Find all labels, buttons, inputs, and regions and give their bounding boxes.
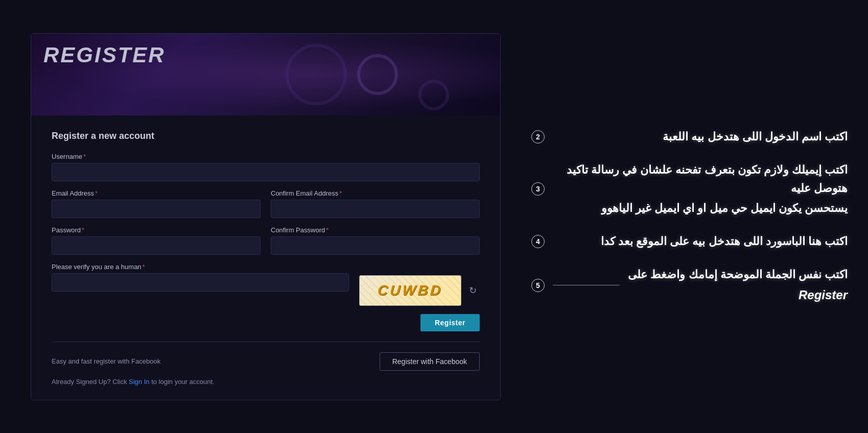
form-section-title: Register a new account <box>52 131 480 141</box>
email-input[interactable] <box>52 200 261 218</box>
step-4-badge: 4 <box>531 235 545 248</box>
step-3-text-line1: اكتب إيميلك ولازم تكون بتعرف تفحنه علشان… <box>561 161 848 197</box>
confirm-password-input[interactable] <box>271 236 480 255</box>
captcha-input[interactable] <box>52 273 349 292</box>
gear-decoration-2 <box>286 44 347 105</box>
step-3-badge: 3 <box>531 182 545 196</box>
register-btn-row: Register <box>52 314 480 331</box>
password-label: Password* <box>52 226 261 234</box>
password-input[interactable] <box>52 236 261 255</box>
banner: REGISTER <box>31 34 500 115</box>
facebook-section: Easy and fast register with Facebook Reg… <box>52 352 480 371</box>
step-3-text-line2: يستحسن يكون ايميل حي ميل او اي ايميل غير… <box>561 199 848 217</box>
email-group: Email Address* <box>52 189 261 218</box>
username-required: * <box>83 153 86 160</box>
step-5-text-line1: اكتب نفس الجملة الموضحة إمامك واضغط على <box>628 266 848 283</box>
captcha-required: * <box>143 263 145 271</box>
username-group: Username* <box>52 153 480 181</box>
banner-title: REGISTER <box>43 43 166 67</box>
email-label: Email Address* <box>52 189 261 197</box>
step-2-badge: 2 <box>531 130 545 143</box>
confirm-email-input[interactable] <box>271 200 480 218</box>
username-label: Username* <box>52 153 480 160</box>
register-button[interactable]: Register <box>420 314 480 331</box>
captcha-box: CUWBD ↻ <box>359 263 480 306</box>
confirm-password-required: * <box>326 226 329 234</box>
captcha-image: CUWBD <box>359 275 461 306</box>
register-with-facebook-button[interactable]: Register with Facebook <box>380 352 480 371</box>
gear-decoration-3 <box>418 80 449 110</box>
step-2-text: اكتب اسم الدخول اللى هتدخل بيه اللعبة <box>561 128 848 146</box>
annotation-4: 4 اكتب هنا الباسورد اللى هتدخل بيه على ا… <box>531 232 848 250</box>
email-row: Email Address* Confirm Email Address* <box>52 189 480 226</box>
facebook-label: Easy and fast register with Facebook <box>52 357 160 365</box>
confirm-password-label: Confirm Password* <box>271 226 480 234</box>
confirm-email-group: Confirm Email Address* <box>271 189 480 218</box>
gear-decoration-1 <box>357 54 398 95</box>
form-area: Register a new account Username* Email A… <box>31 115 500 400</box>
step-5-badge: 5 <box>531 279 545 292</box>
step-5-text-line2: Register <box>628 285 848 305</box>
sign-in-link[interactable]: Sign In <box>129 378 149 386</box>
section-divider <box>52 342 480 342</box>
page-wrapper: REGISTER Register a new account Username… <box>0 0 868 433</box>
confirm-email-label: Confirm Email Address* <box>271 189 480 197</box>
captcha-text: CUWBD <box>377 282 443 299</box>
captcha-label: Please verify you are a human* <box>52 263 349 271</box>
captcha-row: Please verify you are a human* CUWBD ↻ <box>52 263 480 306</box>
password-row: Password* Confirm Password* <box>52 226 480 263</box>
step-4-text: اكتب هنا الباسورد اللى هتدخل بيه على الم… <box>561 232 848 250</box>
signin-section: Already Signed Up? Click Sign In to logi… <box>52 378 480 386</box>
register-card: REGISTER Register a new account Username… <box>31 33 501 400</box>
annotation-2: 2 اكتب اسم الدخول اللى هتدخل بيه اللعبة <box>531 128 848 146</box>
username-input[interactable] <box>52 163 480 181</box>
password-required: * <box>82 226 84 234</box>
annotation-5: 5 اكتب نفس الجملة الموضحة إمامك واضغط عل… <box>531 266 848 305</box>
captcha-refresh-button[interactable]: ↻ <box>465 283 480 298</box>
confirm-password-group: Confirm Password* <box>271 226 480 255</box>
captcha-input-group: Please verify you are a human* <box>52 263 349 292</box>
confirm-email-required: * <box>339 189 342 197</box>
annotation-panel: 2 اكتب اسم الدخول اللى هتدخل بيه اللعبة … <box>501 117 868 316</box>
password-group: Password* <box>52 226 261 255</box>
annotation-3: 3 اكتب إيميلك ولازم تكون بتعرف تفحنه علش… <box>531 161 848 217</box>
email-required: * <box>95 189 98 197</box>
